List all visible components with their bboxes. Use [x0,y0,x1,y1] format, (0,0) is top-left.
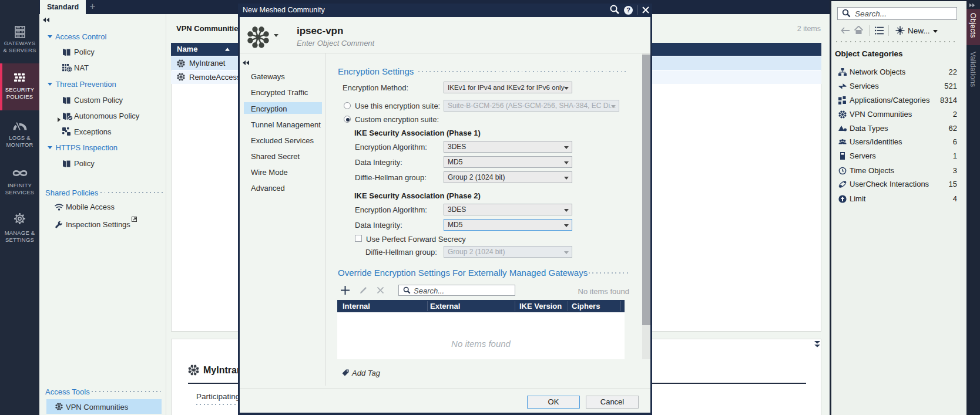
svg-text:?: ? [626,6,630,14]
